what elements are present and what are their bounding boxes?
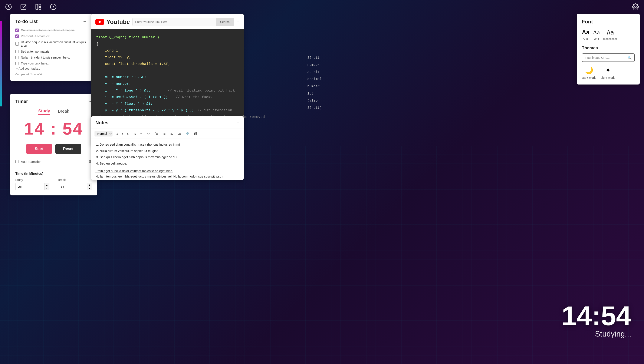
light-mode-label: Light Mode <box>600 76 615 80</box>
notes-title: Notes <box>95 120 108 126</box>
timer-display: 14 : 54 <box>15 119 92 138</box>
code-line-1: float Q_rsqrt( float number ) <box>96 34 239 40</box>
reset-button[interactable]: Reset <box>55 144 81 154</box>
youtube-logo-icon <box>95 19 104 25</box>
todo-new-input[interactable] <box>21 62 86 65</box>
dark-mode-option[interactable]: 🌙 Dark Mode <box>582 66 596 80</box>
break-label: Break <box>58 178 92 182</box>
todo-label-3: Ut vitae neque id nisl accumsan tincidun… <box>21 40 86 47</box>
code-line-7: y = number; <box>96 81 265 87</box>
todo-new-checkbox[interactable] <box>15 62 19 65</box>
notes-widget: Notes − Normal B I U S "" <> 1 🔗 🖼 Donec… <box>91 116 244 180</box>
bold-btn[interactable]: B <box>114 131 119 136</box>
themes-url-search-btn[interactable]: 🔍 <box>625 54 634 62</box>
strikethrough-btn[interactable]: S <box>133 131 137 136</box>
light-mode-icon: ✦ <box>605 66 611 74</box>
code-line-5: const float threehalfs = 1.5F; <box>96 61 265 67</box>
underline-btn[interactable]: U <box>126 131 131 136</box>
notes-link-text: Proin eget nunc id dolor volutpat molest… <box>95 168 239 174</box>
study-label: Study <box>15 178 50 182</box>
notes-ordered-list: Donec sed diam convallis massa rhoncus l… <box>100 142 239 166</box>
nav-layout-icon[interactable] <box>34 2 43 11</box>
youtube-url-input[interactable] <box>133 18 216 26</box>
break-spinners: ▲ ▼ <box>87 183 92 190</box>
code-line-10: y = * ( float * ) &i; <box>96 101 265 107</box>
code-line-6: x2 = number * 0.5F; <box>96 74 265 80</box>
svg-rect-3 <box>39 4 41 6</box>
todo-checkbox-1[interactable] <box>15 28 19 32</box>
notes-minimize-btn[interactable]: − <box>237 120 239 125</box>
todo-checkbox-2[interactable] <box>15 34 19 38</box>
annotation-1: 32-bit number <box>307 54 322 69</box>
themes-url-input[interactable] <box>582 54 625 62</box>
dark-mode-label: Dark Mode <box>582 76 596 80</box>
font-option-serif[interactable]: Aa serif <box>593 29 600 40</box>
format-select[interactable]: Normal <box>95 131 113 136</box>
themes-url-row: 🔍 <box>582 54 635 62</box>
font-label-mono: monospace <box>603 37 617 40</box>
add-task-btn[interactable]: + Add your tasks.. <box>15 67 86 70</box>
code-btn[interactable]: <> <box>146 131 152 136</box>
italic-btn[interactable]: I <box>121 131 124 136</box>
light-mode-option[interactable]: ✦ Light Mode <box>600 66 615 80</box>
font-option-mono[interactable]: Aa monospace <box>603 29 617 40</box>
tab-break[interactable]: Break <box>58 109 69 114</box>
font-widget: Font Aa Arial Aa serif Aa monospace Them… <box>577 14 640 84</box>
svg-point-15 <box>163 132 163 133</box>
code-line-4: float x2, y; <box>96 54 265 60</box>
font-preview-serif: Aa <box>593 29 600 36</box>
study-time-input[interactable] <box>16 183 44 190</box>
font-label-arial: Arial <box>583 37 588 40</box>
svg-text:1: 1 <box>155 132 156 133</box>
timer-title: Timer <box>15 99 28 104</box>
nav-play-icon[interactable] <box>49 2 58 11</box>
youtube-search-btn[interactable]: Search <box>216 18 234 26</box>
ordered-list-btn[interactable]: 1 <box>154 131 160 136</box>
nav-icons <box>4 2 58 11</box>
code-line-9: i = 0x5f3759df - ( i >> 1 ); <box>96 94 168 100</box>
todo-label-4: Sed ut tempor mauris. <box>21 50 50 53</box>
study-decrement[interactable]: ▼ <box>45 187 49 190</box>
timer-tab-divider: | <box>54 109 55 114</box>
nav-clock-icon[interactable] <box>4 2 13 11</box>
study-increment[interactable]: ▲ <box>45 183 49 187</box>
align-right-btn[interactable] <box>177 131 183 136</box>
break-time-input[interactable] <box>58 183 87 190</box>
align-left-btn[interactable] <box>169 131 175 136</box>
youtube-minimize-btn[interactable]: − <box>237 19 239 25</box>
unordered-list-btn[interactable] <box>161 131 167 136</box>
quote-btn[interactable]: "" <box>139 131 144 136</box>
todo-item-4: Sed ut tempor mauris. <box>15 50 86 53</box>
dark-mode-icon: 🌙 <box>585 66 593 74</box>
todo-header: To-do List − <box>15 19 86 24</box>
timer-header: Timer − <box>15 99 92 104</box>
auto-transition-checkbox[interactable] <box>15 160 19 163</box>
break-decrement[interactable]: ▼ <box>87 187 92 190</box>
todo-label-1: Orci varius natoque penatibus et magnis. <box>21 28 75 32</box>
code-line-3: long i; <box>96 48 239 54</box>
font-option-arial[interactable]: Aa Arial <box>582 29 589 40</box>
font-preview-arial: Aa <box>582 29 589 36</box>
svg-rect-2 <box>36 4 38 9</box>
todo-item-2: Praesent ut ornare ex <box>15 34 86 38</box>
theme-options: 🌙 Dark Mode ✦ Light Mode <box>582 66 635 80</box>
todo-minimize-btn[interactable]: − <box>83 19 86 24</box>
notes-link[interactable]: Proin eget nunc id dolor volutpat molest… <box>95 169 173 173</box>
todo-checkbox-5[interactable] <box>15 56 19 59</box>
start-button[interactable]: Start <box>26 144 52 154</box>
todo-checkbox-3[interactable] <box>15 42 19 46</box>
svg-point-7 <box>635 6 636 8</box>
svg-point-16 <box>163 134 163 134</box>
timer-buttons: Start Reset <box>15 144 92 154</box>
neon-accent <box>0 21 2 106</box>
svg-rect-4 <box>39 8 41 9</box>
settings-icon[interactable] <box>631 2 640 11</box>
link-btn[interactable]: 🔗 <box>184 131 191 136</box>
tab-study[interactable]: Study <box>38 108 50 115</box>
code-line-11: y = y * ( threehalfs - ( x2 * y * y ) ); <box>96 108 194 113</box>
nav-todo-icon[interactable] <box>19 2 28 11</box>
todo-checkbox-4[interactable] <box>15 50 19 53</box>
notes-content: Donec sed diam convallis massa rhoncus l… <box>91 139 244 180</box>
break-increment[interactable]: ▲ <box>87 183 92 187</box>
image-btn[interactable]: 🖼 <box>193 131 198 136</box>
